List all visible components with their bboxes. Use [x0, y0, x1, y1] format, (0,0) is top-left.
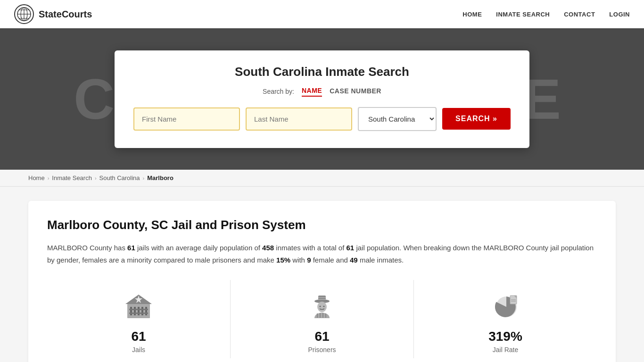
stat-jail-rate-label: Jail Rate [493, 346, 518, 354]
stat-jails-number: 61 [131, 329, 146, 344]
content-card: Marlboro County, SC Jail and Prison Syst… [28, 201, 616, 362]
prisoners-icon [305, 289, 339, 322]
search-inputs-row: South Carolina Alabama Alaska Arizona Ca… [133, 107, 511, 131]
svg-rect-18 [318, 296, 326, 301]
svg-rect-14 [145, 307, 147, 315]
stat-prisoners: 61 Prisoners [231, 280, 414, 358]
svg-rect-21 [318, 299, 326, 300]
content-title: Marlboro County, SC Jail and Prison Syst… [47, 218, 597, 232]
svg-point-23 [323, 306, 325, 307]
desc-suffix: male inmates. [358, 256, 404, 264]
breadcrumb-south-carolina[interactable]: South Carolina [99, 174, 140, 181]
stat-jail-rate-number: 319% [488, 329, 522, 344]
svg-point-19 [317, 302, 327, 312]
state-select[interactable]: South Carolina Alabama Alaska Arizona Ca… [358, 107, 437, 131]
svg-rect-12 [138, 307, 140, 315]
svg-rect-10 [130, 307, 132, 315]
desc-pop-count: 458 [262, 244, 274, 252]
stat-jails: 61 Jails [47, 280, 231, 358]
desc-jails-count: 61 [127, 244, 135, 252]
breadcrumb-sep-2: › [95, 175, 97, 181]
desc-mid1: jails with an average daily population o… [135, 244, 262, 252]
breadcrumb-inmate-search[interactable]: Inmate Search [52, 174, 92, 181]
svg-rect-20 [318, 297, 326, 298]
nav-contact[interactable]: CONTACT [564, 11, 595, 18]
search-card: South Carolina Inmate Search Search by: … [115, 50, 529, 148]
site-header: StateCourts HOME INMATE SEARCH CONTACT L… [0, 0, 644, 28]
desc-mid4: with [290, 256, 307, 264]
svg-rect-15 [129, 309, 148, 310]
logo-icon [14, 4, 34, 24]
tab-name[interactable]: NAME [302, 87, 322, 97]
jail-rate-icon [489, 289, 522, 322]
tab-case-number[interactable]: CASE NUMBER [330, 87, 381, 96]
desc-male-count: 49 [350, 256, 358, 264]
main-nav: HOME INMATE SEARCH CONTACT LOGIN [462, 11, 630, 18]
content-description: MARLBORO County has 61 jails with an ave… [47, 242, 597, 266]
desc-mid5: female and [311, 256, 350, 264]
jails-icon [122, 289, 155, 322]
last-name-input[interactable] [246, 107, 352, 131]
stat-prisoners-label: Prisoners [308, 346, 336, 354]
breadcrumb-sep-1: › [48, 175, 50, 181]
svg-point-22 [320, 306, 321, 307]
logo-text: StateCourts [39, 9, 92, 20]
stat-prisoners-number: 61 [314, 329, 329, 344]
first-name-input[interactable] [133, 107, 240, 131]
svg-rect-16 [129, 313, 148, 314]
search-button[interactable]: SEARCH » [442, 108, 511, 130]
svg-rect-11 [134, 307, 136, 315]
desc-prefix: MARLBORO County has [47, 244, 127, 252]
breadcrumb-home[interactable]: Home [28, 174, 45, 181]
stat-jail-rate: 319% Jail Rate [414, 280, 597, 358]
search-by-label: Search by: [263, 88, 294, 95]
nav-home[interactable]: HOME [462, 11, 482, 18]
logo-area[interactable]: StateCourts [14, 4, 92, 24]
breadcrumb: Home › Inmate Search › South Carolina › … [0, 170, 644, 187]
svg-rect-13 [141, 307, 143, 315]
nav-login[interactable]: LOGIN [609, 11, 630, 18]
main-content: Marlboro County, SC Jail and Prison Syst… [0, 187, 644, 362]
search-by-row: Search by: NAME CASE NUMBER [133, 87, 511, 97]
breadcrumb-sep-3: › [143, 175, 145, 181]
hero-section: COURTHOUSE South Carolina Inmate Search … [0, 28, 644, 170]
desc-mid2: inmates with a total of [274, 244, 346, 252]
desc-total-jails: 61 [347, 244, 355, 252]
stat-jails-label: Jails [132, 346, 145, 354]
desc-female-pct: 15% [276, 256, 290, 264]
stats-row: 61 Jails [47, 280, 597, 358]
breadcrumb-current: Marlboro [147, 174, 173, 181]
nav-inmate-search[interactable]: INMATE SEARCH [496, 11, 550, 18]
search-card-title: South Carolina Inmate Search [133, 65, 511, 79]
